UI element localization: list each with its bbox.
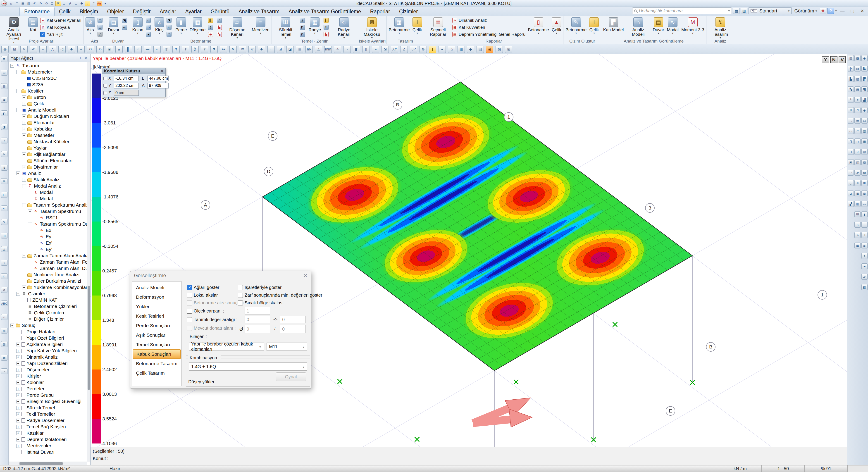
- view-menu-button[interactable]: Görünüm▾: [793, 8, 818, 13]
- right-strip-icon[interactable]: ▣: [848, 159, 854, 165]
- tree-expander[interactable]: [16, 343, 20, 346]
- tree-expander[interactable]: [22, 184, 26, 188]
- right-strip-icon[interactable]: ◆: [862, 55, 868, 61]
- right-strip-icon[interactable]: ▩: [862, 170, 868, 176]
- visualization-nav-item[interactable]: Temel Sonuçları: [133, 340, 181, 349]
- length-input[interactable]: 447.98 cm: [147, 75, 168, 81]
- drawing-tool-icon[interactable]: ⚑: [211, 46, 218, 53]
- ribbon-small-button[interactable]: ≋ Dinamik Analiz: [451, 17, 527, 24]
- drawing-tool-icon[interactable]: ▽: [248, 46, 256, 53]
- ribbon-tab[interactable]: Görüntü: [206, 7, 234, 16]
- coordinate-box-dialog[interactable]: Koordinat Kutusu ✕ X -16.34 cm L 447.98 …: [102, 68, 166, 97]
- right-strip-icon[interactable]: ≋: [855, 180, 861, 186]
- rebar-area-checkbox[interactable]: Mevcut donatı alanı :: [187, 325, 236, 331]
- ribbon-small-button[interactable]: ◠: [165, 31, 174, 38]
- ribbon-small-button[interactable]: ▼: [145, 31, 153, 38]
- visualization-nav-item[interactable]: Betonarme Tasarım: [133, 359, 181, 368]
- quick-toolbar-icon[interactable]: ↷: [38, 1, 43, 6]
- drawing-tool-icon[interactable]: ▌: [125, 46, 132, 53]
- quick-toolbar-icon[interactable]: ⌂: [8, 1, 14, 6]
- rebar-diameter-input[interactable]: 0: [245, 325, 270, 333]
- left-strip-icon[interactable]: ○: [1, 260, 7, 265]
- ribbon-button[interactable]: ⊼ Kiriş ▾: [153, 17, 165, 38]
- drawing-tool-icon[interactable]: —: [144, 46, 151, 53]
- tree-item[interactable]: ∿ Tasarım Spektrumu Durumları: [9, 221, 87, 227]
- ribbon-tab[interactable]: Çizimler: [395, 7, 423, 16]
- ribbon-button[interactable]: ▤ Duvar ▾: [651, 17, 665, 38]
- view-button[interactable]: N: [830, 56, 837, 63]
- ribbon-button[interactable]: ▮ Perde ▾: [174, 17, 188, 38]
- quick-toolbar-icon[interactable]: ⊥: [61, 1, 67, 6]
- tree-item[interactable]: İstinat Duvarı: [9, 449, 87, 455]
- z-coordinate-input[interactable]: 0 cm: [114, 90, 139, 96]
- quick-toolbar-icon[interactable]: ⇵: [91, 1, 96, 6]
- left-strip-icon[interactable]: △: [1, 246, 7, 252]
- scale-factor-checkbox[interactable]: Ölçek çarpanı :: [187, 308, 224, 314]
- tree-expander[interactable]: [16, 412, 20, 416]
- right-strip-icon[interactable]: ▥: [855, 201, 861, 207]
- tree-item[interactable]: ∿ Ex: [9, 227, 87, 233]
- right-strip-icon[interactable]: Ⅱ: [862, 232, 868, 238]
- ribbon-small-button[interactable]: ⇕: [207, 24, 216, 31]
- tree-item[interactable]: Σ Modal: [9, 189, 87, 195]
- right-strip-icon[interactable]: ▞: [848, 201, 854, 207]
- right-strip-icon[interactable]: Ⅲ: [848, 107, 854, 113]
- right-strip-icon[interactable]: ◫: [855, 159, 861, 165]
- y-coordinate-input[interactable]: 202.32 cm: [114, 83, 139, 89]
- visualization-nav-item[interactable]: Kesit Tesirleri: [133, 311, 181, 321]
- tree-item[interactable]: ≣ Diğer Çizimler: [9, 316, 87, 322]
- drawing-tool-icon[interactable]: ⌐: [153, 46, 161, 53]
- tree-item[interactable]: ∿ Zaman Tanım Alanı Fonksiyonları: [9, 259, 87, 265]
- quick-toolbar-icon[interactable]: ∟: [73, 1, 79, 6]
- tree-item[interactable]: Deprem İzolatörleri: [9, 436, 87, 443]
- viz-checkbox[interactable]: İşaretleriyle göster: [238, 285, 281, 290]
- ribbon-button[interactable]: Ш Sürekli Temel ▾: [273, 17, 299, 38]
- tree-item[interactable]: Beton: [9, 94, 87, 100]
- zoom-percent[interactable]: % 91: [805, 466, 848, 472]
- drawing-tool-icon[interactable]: ⇲: [381, 46, 389, 53]
- drawing-tool-icon[interactable]: m²: [306, 46, 313, 53]
- coordinate-box-titlebar[interactable]: Koordinat Kutusu ✕: [102, 68, 165, 74]
- ribbon-small-button[interactable]: ▙: [216, 24, 224, 31]
- range-to-input[interactable]: 0: [280, 316, 306, 323]
- right-strip-icon[interactable]: ∿: [855, 232, 861, 238]
- tree-expander[interactable]: [22, 178, 26, 182]
- visualization-nav-item[interactable]: Analiz Modeli: [133, 283, 181, 292]
- right-strip-icon[interactable]: ▤: [862, 118, 868, 124]
- ribbon-small-button[interactable]: ◥: [121, 17, 129, 24]
- right-strip-icon[interactable]: ▟: [862, 97, 868, 103]
- drawing-tool-icon[interactable]: XY: [391, 46, 398, 53]
- right-strip-icon[interactable]: ◠: [855, 128, 861, 134]
- drawing-tool-icon[interactable]: ↺: [87, 46, 94, 53]
- tree-item[interactable]: Diyaframlar: [9, 164, 87, 170]
- right-strip-icon[interactable]: ▱: [862, 274, 868, 280]
- help-icon[interactable]: ?: [828, 8, 834, 14]
- tree-item[interactable]: Radye Döşemeler: [9, 417, 87, 423]
- right-strip-icon[interactable]: Π: [855, 107, 861, 113]
- ribbon-button[interactable]: ▯ Betonarme ▾: [527, 17, 550, 38]
- right-strip-icon[interactable]: ▥: [862, 128, 868, 134]
- tree-item[interactable]: ≣ Çizimler: [9, 290, 87, 297]
- drawing-tool-icon[interactable]: ◔: [343, 46, 351, 53]
- drawing-tool-icon[interactable]: ◕: [372, 46, 379, 53]
- drawing-tool-icon[interactable]: ✳: [201, 46, 208, 53]
- right-strip-icon[interactable]: ∏: [848, 138, 854, 144]
- tree-expander[interactable]: [16, 368, 20, 372]
- tree-item[interactable]: Dinamik Analiz: [9, 354, 87, 360]
- left-strip-icon[interactable]: ∿: [1, 206, 7, 211]
- visualization-dialog[interactable]: Görselleştirme ✕ Analiz ModeliDeformasyo…: [130, 271, 311, 389]
- tree-expander[interactable]: [22, 127, 26, 131]
- drawing-tool-icon[interactable]: ⊕: [420, 46, 427, 53]
- right-strip-icon[interactable]: ▛: [862, 76, 868, 82]
- ribbon-small-button[interactable]: ♗: [299, 17, 307, 24]
- tree-item[interactable]: ZEMİN KAT: [9, 297, 87, 303]
- tree-expander[interactable]: [16, 292, 20, 296]
- tree-expander[interactable]: [16, 431, 20, 435]
- ribbon-small-button[interactable]: ≡ Kat Genel Ayarları: [39, 17, 83, 24]
- checkbox-icon[interactable]: [187, 285, 192, 290]
- ribbon-button[interactable]: ▲ Çelik ▾: [550, 17, 562, 38]
- ribbon-small-button[interactable]: ⇕: [322, 24, 331, 31]
- tree-item[interactable]: Yapı Özet Bilgileri: [9, 335, 87, 341]
- drawing-tool-icon[interactable]: ╳: [191, 46, 199, 53]
- tree-item[interactable]: Kirişler: [9, 373, 87, 379]
